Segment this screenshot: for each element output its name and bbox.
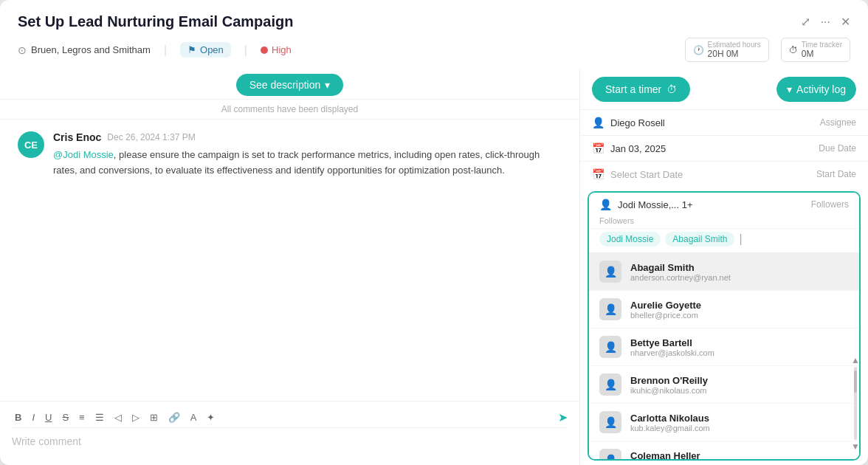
comment-input[interactable]: Write comment [12,433,568,459]
time-tracker-box: ⏱ Time tracker 0M [781,38,850,62]
dropdown-avatar-coleman: 👤 [599,449,621,459]
timer-clock-icon: ⏱ [666,83,677,95]
estimated-label: Estimated hours [708,41,761,49]
clock-icon: 🕐 [693,45,704,55]
see-description-button[interactable]: See description ▾ [236,74,344,96]
scroll-down-icon[interactable]: ▼ [851,441,860,452]
dropdown-name-carlotta: Carlotta Nikolaus [630,413,849,424]
due-date-left: 📅 Jan 03, 2025 [592,142,666,154]
dropdown-email-aurelie: bheller@price.com [630,311,849,320]
comments-notice: All comments have been displayed [0,100,579,120]
activity-log-label: Activity log [796,83,846,95]
activity-log-button[interactable]: ▾ Activity log [776,77,856,102]
comments-area[interactable]: CE Cris Enoc Dec 26, 2024 1:37 PM @Jodi … [0,120,579,401]
comment-text: @Jodi Mossie, please ensure the campaign… [53,148,562,179]
dropdown-avatar-carlotta: 👤 [599,411,621,433]
dropdown-item-bettye[interactable]: 👤 Bettye Bartell nharver@jaskolski.com [589,328,859,366]
follower-tag-abagail[interactable]: Abagail Smith [665,232,734,247]
dropdown-name-abagail: Abagail Smith [630,262,849,273]
close-icon[interactable]: ✕ [841,15,850,29]
dropdown-item-brennon[interactable]: 👤 Brennon O'Reilly ikuhic@nikolaus.com [589,366,859,404]
main-window: Set Up Lead Nurturing Email Campaign ⤢ ·… [0,0,868,465]
due-date-row[interactable]: 📅 Jan 03, 2025 Due Date [580,135,868,161]
followers-dropdown-list[interactable]: 👤 Abagail Smith anderson.cortney@ryan.ne… [589,252,859,459]
dropdown-item-aurelie[interactable]: 👤 Aurelie Goyette bheller@price.com [589,291,859,328]
dropdown-item-coleman[interactable]: 👤 Coleman Heller murray.margaretta@upton… [589,441,859,459]
font-color-button[interactable]: A [187,410,200,424]
dropdown-info-carlotta: Carlotta Nikolaus kub.kaley@gmail.com [630,413,849,433]
table-button[interactable]: ⊞ [147,410,161,424]
dropdown-item-carlotta[interactable]: 👤 Carlotta Nikolaus kub.kaley@gmail.com [589,404,859,441]
ordered-list-button[interactable]: ≡ [76,410,88,424]
strikethrough-button[interactable]: S [59,410,72,424]
start-date-label: Start Date [816,169,856,179]
italic-button[interactable]: I [29,410,38,424]
dropdown-info-aurelie: Aurelie Goyette bheller@price.com [630,300,849,320]
comment-body-text: , please ensure the campaign is set to t… [53,149,540,176]
start-calendar-icon: 📅 [592,168,604,180]
link-button[interactable]: 🔗 [165,410,183,424]
start-timer-label: Start a timer [605,83,661,95]
priority-badge[interactable]: High [261,44,292,55]
start-date-left: 📅 Select Start Date [592,168,683,180]
start-date-placeholder: Select Start Date [610,169,683,180]
comment-author: Cris Enoc [53,131,101,143]
dropdown-email-bettye: nharver@jaskolski.com [630,348,849,357]
avatar: CE [18,131,44,158]
window-controls: ⤢ ··· ✕ [801,15,850,29]
time-tracker-value: 0M [802,49,814,59]
scrollbar[interactable]: ▲ ▼ [852,355,859,452]
comment-body: Cris Enoc Dec 26, 2024 1:37 PM @Jodi Mos… [53,131,562,179]
followers-dropdown[interactable]: 👤 Jodi Mossie,... 1+ Followers Followers… [588,191,861,461]
description-bar: See description ▾ [0,69,579,100]
time-tracker-label: Time tracker [802,41,842,49]
dropdown-info-coleman: Coleman Heller murray.margaretta@upton.c… [630,450,849,460]
priority-label: High [272,44,292,55]
bold-button[interactable]: B [12,410,24,424]
assignee-left: 👤 Diego Rosell [592,117,665,128]
indent-button[interactable]: ▷ [129,410,142,424]
titlebar: Set Up Lead Nurturing Email Campaign ⤢ ·… [0,0,868,38]
assignee-row[interactable]: 👤 Diego Rosell Assignee [580,109,868,135]
chevron-down-icon: ▾ [325,79,330,91]
highlight-button[interactable]: ✦ [204,410,218,424]
dropdown-avatar-aurelie: 👤 [599,298,621,320]
dropdown-avatar-bettye: 👤 [599,336,621,358]
followers-header: 👤 Jodi Mossie,... 1+ Followers [589,193,859,216]
comment-mention: @Jodi Mossie [53,149,114,160]
dropdown-name-aurelie: Aurelie Goyette [630,300,849,311]
chevron-down-small-icon: ▾ [787,83,792,95]
more-icon[interactable]: ··· [821,16,830,29]
dropdown-info-bettye: Bettye Bartell nharver@jaskolski.com [630,337,849,357]
expand-icon[interactable]: ⤢ [801,15,810,29]
unordered-list-button[interactable]: ☰ [92,410,107,424]
main-content: See description ▾ All comments have been… [0,69,868,465]
underline-button[interactable]: U [42,410,55,424]
start-timer-button[interactable]: Start a timer ⏱ [592,77,690,102]
calendar-icon: 📅 [592,142,604,154]
outdent-button[interactable]: ◁ [111,410,125,424]
followers-user-icon: 👤 [599,199,612,210]
scroll-thumb [854,371,857,393]
assignee-name: Diego Rosell [610,117,665,128]
follower-tag-jodi[interactable]: Jodi Mossie [599,232,661,247]
send-button[interactable]: ➤ [558,410,568,424]
right-top-actions: Start a timer ⏱ ▾ Activity log [580,69,868,109]
status-badge[interactable]: ⚑ Open [180,42,231,58]
due-date-label: Due Date [819,143,856,154]
see-description-label: See description [249,79,321,91]
comment-header: Cris Enoc Dec 26, 2024 1:37 PM [53,131,562,143]
followers-label-right: Followers [811,199,849,210]
start-date-row[interactable]: 📅 Select Start Date Start Date [580,161,868,187]
editor-toolbar: B I U S ≡ ☰ ◁ ▷ ⊞ 🔗 A ✦ ➤ [12,407,568,428]
status-label: Open [200,44,224,55]
estimated-hours-box: 🕐 Estimated hours 20H 0M [685,38,769,62]
dropdown-item-abagail[interactable]: 👤 Abagail Smith anderson.cortney@ryan.ne… [589,253,859,291]
scroll-up-icon[interactable]: ▲ [851,355,860,365]
company-item[interactable]: ⊙ Bruen, Legros and Smitham [18,44,151,56]
right-panel: Start a timer ⏱ ▾ Activity log 👤 Diego R… [580,69,868,465]
assignee-label: Assignee [820,117,856,128]
editor-area: B I U S ≡ ☰ ◁ ▷ ⊞ 🔗 A ✦ ➤ Write comment [0,401,579,465]
tag-input[interactable]: | [739,232,742,246]
window-title: Set Up Lead Nurturing Email Campaign [18,13,293,30]
